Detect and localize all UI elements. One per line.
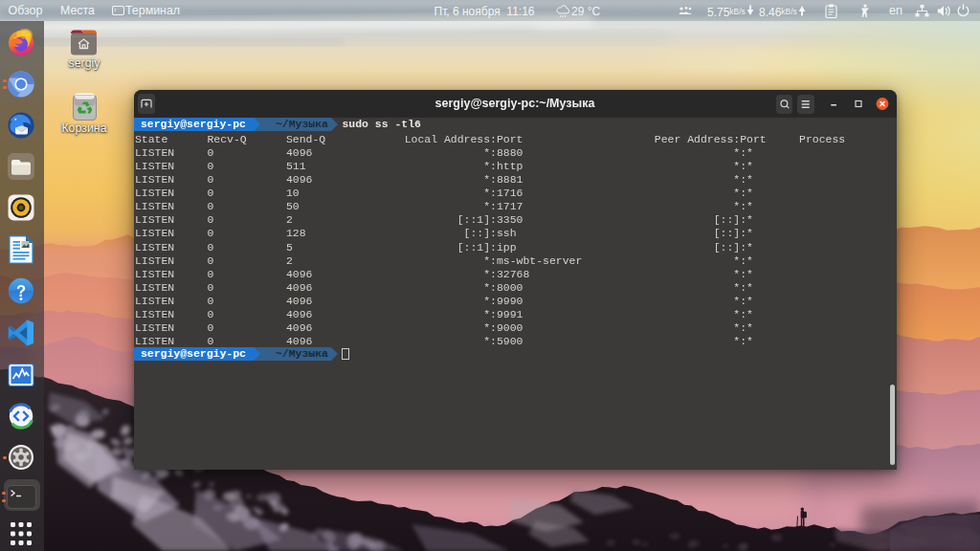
svg-text:?: ? [16, 282, 26, 299]
